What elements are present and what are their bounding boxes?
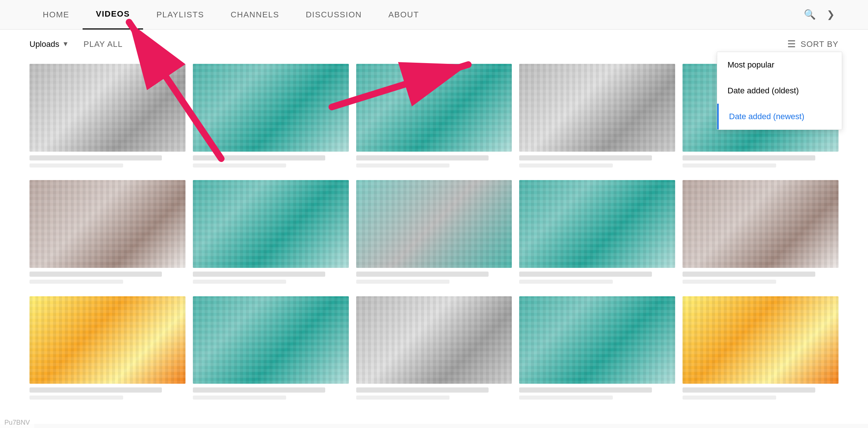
video-thumbnail <box>519 64 675 152</box>
video-subtitle-placeholder <box>29 396 123 400</box>
video-info <box>519 384 675 402</box>
video-subtitle-placeholder <box>356 396 450 400</box>
video-subtitle-placeholder <box>519 163 613 168</box>
video-subtitle-placeholder <box>193 396 287 400</box>
video-title-placeholder <box>683 155 815 160</box>
video-thumbnail <box>193 64 349 152</box>
nav-bar: HOME VIDEOS PLAYLISTS CHANNELS DISCUSSIO… <box>0 0 868 30</box>
video-subtitle-placeholder <box>193 280 287 284</box>
video-info <box>29 152 185 170</box>
video-thumbnail <box>356 296 512 384</box>
uploads-dropdown-button[interactable]: Uploads ▼ <box>29 39 69 49</box>
nav-videos[interactable]: VIDEOS <box>83 0 143 30</box>
video-title-placeholder <box>193 272 325 277</box>
video-card[interactable] <box>193 64 349 170</box>
toolbar: Uploads ▼ PLAY ALL ☰ SORT BY Most popula… <box>0 30 868 56</box>
video-title-placeholder <box>519 387 652 393</box>
sort-option-date-oldest[interactable]: Date added (oldest) <box>717 78 842 104</box>
video-info <box>683 152 839 170</box>
video-card[interactable] <box>193 180 349 286</box>
nav-playlists[interactable]: PLAYLISTS <box>143 0 217 30</box>
video-title-placeholder <box>29 272 162 277</box>
video-card[interactable] <box>356 296 512 402</box>
video-thumbnail <box>193 180 349 268</box>
video-thumbnail <box>683 296 839 384</box>
video-card[interactable] <box>683 296 839 402</box>
video-subtitle-placeholder <box>519 280 613 284</box>
video-thumbnail <box>683 180 839 268</box>
video-card[interactable] <box>29 180 185 286</box>
sort-option-date-newest[interactable]: Date added (newest) <box>717 104 842 130</box>
video-subtitle-placeholder <box>683 163 776 168</box>
watermark: Pu7BNV <box>0 417 34 428</box>
video-subtitle-placeholder <box>356 280 450 284</box>
video-card[interactable] <box>519 180 675 286</box>
video-card[interactable] <box>29 64 185 170</box>
video-subtitle-placeholder <box>519 396 613 400</box>
video-thumbnail <box>519 296 675 384</box>
video-card[interactable] <box>683 180 839 286</box>
video-subtitle-placeholder <box>356 163 450 168</box>
video-title-placeholder <box>356 155 489 160</box>
video-thumbnail <box>356 64 512 152</box>
video-title-placeholder <box>193 387 325 393</box>
video-title-placeholder <box>356 387 489 393</box>
sort-option-most-popular[interactable]: Most popular <box>717 52 842 78</box>
video-title-placeholder <box>29 155 162 160</box>
video-thumbnail <box>519 180 675 268</box>
video-card[interactable] <box>356 180 512 286</box>
video-thumbnail <box>29 180 185 268</box>
video-title-placeholder <box>683 272 815 277</box>
search-icon[interactable]: 🔍 <box>796 9 823 20</box>
video-title-placeholder <box>519 272 652 277</box>
video-card[interactable] <box>29 296 185 402</box>
video-info <box>193 268 349 286</box>
nav-home[interactable]: HOME <box>29 0 83 30</box>
video-subtitle-placeholder <box>29 163 123 168</box>
video-title-placeholder <box>29 387 162 393</box>
video-info <box>683 384 839 402</box>
video-info <box>193 152 349 170</box>
video-info <box>519 268 675 286</box>
video-title-placeholder <box>356 272 489 277</box>
video-title-placeholder <box>193 155 325 160</box>
uploads-label: Uploads <box>29 39 59 49</box>
video-subtitle-placeholder <box>29 280 123 284</box>
sort-by-label: SORT BY <box>801 39 839 49</box>
video-thumbnail <box>193 296 349 384</box>
video-info <box>193 384 349 402</box>
sort-by-button[interactable]: ☰ SORT BY <box>787 38 839 50</box>
video-title-placeholder <box>519 155 652 160</box>
video-info <box>29 384 185 402</box>
chevron-right-icon[interactable]: ❯ <box>823 9 839 20</box>
video-thumbnail <box>356 180 512 268</box>
video-info <box>683 268 839 286</box>
video-thumbnail <box>29 64 185 152</box>
nav-about[interactable]: ABOUT <box>375 0 432 30</box>
video-card[interactable] <box>519 64 675 170</box>
video-title-placeholder <box>683 387 815 393</box>
video-card[interactable] <box>193 296 349 402</box>
uploads-arrow-down-icon: ▼ <box>62 40 69 48</box>
video-card[interactable] <box>356 64 512 170</box>
video-info <box>356 268 512 286</box>
video-subtitle-placeholder <box>683 280 776 284</box>
sort-icon: ☰ <box>787 38 796 50</box>
video-info <box>29 268 185 286</box>
video-subtitle-placeholder <box>193 163 287 168</box>
play-all-button[interactable]: PLAY ALL <box>84 39 123 49</box>
sort-dropdown: Most popular Date added (oldest) Date ad… <box>717 52 842 130</box>
video-thumbnail <box>29 296 185 384</box>
video-info <box>356 384 512 402</box>
video-subtitle-placeholder <box>683 396 776 400</box>
nav-discussion[interactable]: DISCUSSION <box>292 0 375 30</box>
video-info <box>356 152 512 170</box>
nav-channels[interactable]: CHANNELS <box>217 0 292 30</box>
video-card[interactable] <box>519 296 675 402</box>
video-info <box>519 152 675 170</box>
